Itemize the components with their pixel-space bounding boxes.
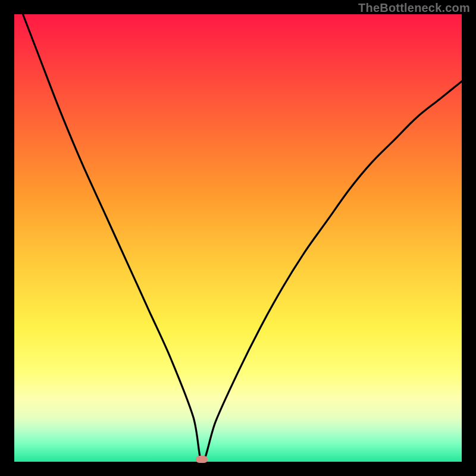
bottleneck-curve-path	[14, 14, 462, 462]
min-marker	[196, 456, 208, 463]
watermark-text: TheBottleneck.com	[358, 1, 470, 15]
curve-svg	[14, 14, 462, 462]
chart-frame: TheBottleneck.com	[0, 0, 476, 476]
plot-area	[14, 14, 462, 462]
